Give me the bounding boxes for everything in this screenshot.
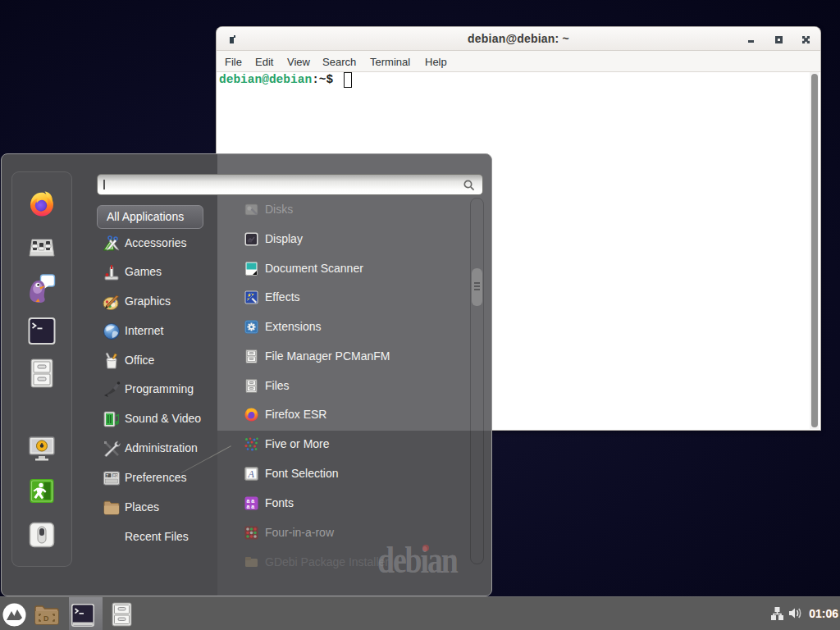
svg-text:a a: a a xyxy=(247,498,255,504)
svg-text:D: D xyxy=(43,614,49,623)
svg-text:a a: a a xyxy=(247,504,255,509)
svg-text:A: A xyxy=(248,468,255,480)
svg-text:7: 7 xyxy=(106,473,108,478)
svg-text:89: 89 xyxy=(113,473,118,478)
